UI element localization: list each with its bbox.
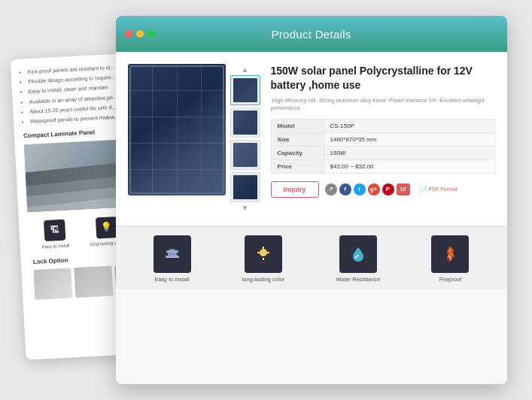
features-icons-row: Easy to install long-lasting color [128, 235, 495, 283]
minimize-button[interactable] [136, 30, 144, 38]
fire-icon-box [431, 235, 469, 273]
thumbnail-2[interactable] [230, 108, 260, 138]
spec-label-capacity: Capacity [271, 146, 324, 159]
feature-fire: Fireproof [431, 235, 469, 283]
window-front: Product Details [116, 16, 507, 384]
thumb-nav-up[interactable]: ▲ [242, 65, 249, 74]
inquiry-button[interactable]: Inquiry [271, 181, 319, 198]
svg-point-4 [260, 249, 267, 256]
svg-rect-3 [169, 249, 175, 250]
pdf-download-link[interactable]: 📄 PDF Format [419, 186, 458, 193]
lock-image-1 [33, 268, 72, 301]
pinterest-icon[interactable]: P [382, 183, 394, 195]
spec-value-capacity: 150W [324, 146, 494, 159]
spec-row-model: Model CS-150P [271, 119, 494, 132]
spec-label-model: Model [271, 119, 324, 132]
feature-install: Easy to install [154, 235, 191, 283]
google-plus-icon[interactable]: g+ [368, 183, 380, 195]
color-icon [254, 245, 272, 263]
color-icon-box [245, 235, 282, 273]
close-button[interactable] [125, 30, 132, 38]
svg-rect-1 [168, 253, 177, 256]
grid-line [201, 64, 202, 195]
share-icon[interactable]: ↗ [325, 183, 337, 195]
spec-label-size: Size [271, 132, 324, 146]
back-feature-install: 🏗 Easy to install [31, 219, 80, 252]
color-icon: 💡 [95, 217, 117, 238]
fireproof-icon [441, 245, 459, 263]
thumbnail-3[interactable] [230, 140, 260, 170]
pdf-icon: 📄 [419, 186, 427, 193]
facebook-icon[interactable]: f [339, 183, 351, 195]
water-label: Water Resistance [336, 276, 380, 283]
thumb-solar-3 [233, 143, 257, 167]
spec-row-price: Price $42.00 ~ $32.00 [271, 159, 494, 173]
action-row: Inquiry ↗ f t g+ P 10 📄 PDF Format [271, 181, 495, 198]
water-resistance-icon [349, 245, 367, 263]
fire-label: Fireproof [439, 276, 461, 283]
thumbnail-1[interactable] [230, 75, 260, 105]
grid-line [177, 64, 178, 195]
spec-row-size: Size 1480*670*35 mm [271, 132, 494, 146]
thumbnail-list [230, 75, 260, 202]
install-icon: 🏗 [44, 220, 65, 241]
spec-value-price: $42.00 ~ $32.00 [324, 159, 494, 173]
thumb-nav-down[interactable]: ▼ [242, 204, 249, 212]
page-title: Product Details [271, 28, 351, 41]
water-icon-box [339, 235, 377, 273]
feature-water: Water Resistance [336, 235, 380, 283]
product-info-panel: 150W solar panel Polycrystalline for 12V… [271, 64, 495, 214]
grid-line [152, 64, 153, 195]
install-label: Easy to install [154, 276, 189, 283]
spec-value-model: CS-150P [324, 119, 494, 132]
twitter-icon[interactable]: t [354, 183, 366, 195]
color-label: long-lasting color [242, 276, 285, 283]
product-title: 150W solar panel Polycrystalline for 12V… [271, 64, 495, 92]
window-controls [125, 30, 155, 38]
product-description: -High efficiency cell -Strong aluminum a… [271, 97, 495, 113]
titlebar: Product Details [116, 16, 507, 52]
features-section: Easy to install long-lasting color [116, 226, 507, 289]
share-count: 10 [397, 183, 410, 195]
svg-rect-2 [166, 250, 178, 253]
thumb-solar-4 [233, 175, 257, 199]
thumb-solar-1 [233, 78, 257, 102]
install-icon [163, 245, 181, 263]
spec-label-price: Price [271, 159, 324, 173]
spec-table: Model CS-150P Size 1480*670*35 mm Capaci… [271, 119, 495, 174]
install-icon-box [154, 235, 191, 273]
lock-image-2 [74, 266, 113, 298]
image-section: ▲ ▼ [128, 64, 260, 214]
product-detail-section: ▲ ▼ [116, 52, 507, 226]
thumbnail-4[interactable] [230, 172, 260, 202]
maximize-button[interactable] [147, 30, 155, 38]
thumb-solar-2 [233, 111, 257, 135]
feature-color: long-lasting color [242, 235, 285, 283]
solar-grid [128, 64, 226, 195]
main-product-image [128, 64, 226, 214]
spec-value-size: 1480*670*35 mm [324, 132, 494, 146]
svg-rect-0 [166, 256, 179, 258]
solar-panel-image [128, 64, 226, 195]
spec-row-capacity: Capacity 150W [271, 146, 494, 159]
thumbnail-column: ▲ ▼ [230, 64, 260, 214]
share-icons: ↗ f t g+ P 10 [325, 183, 410, 195]
